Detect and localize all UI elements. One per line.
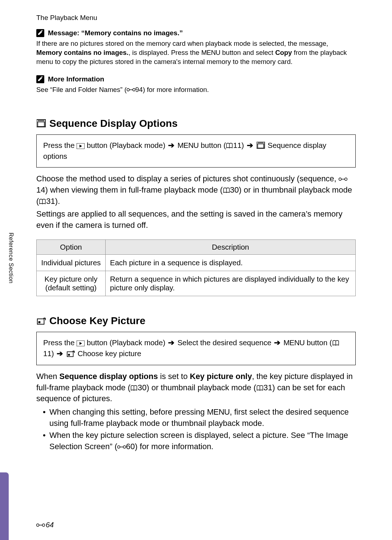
pencil-icon xyxy=(36,75,44,83)
navigation-path-sequence: Press the button (Playback mode) ➔ MENU … xyxy=(36,134,356,168)
navigation-path-keypicture: Press the button (Playback mode) ➔ Selec… xyxy=(36,332,356,365)
side-tab-label: Reference Section xyxy=(8,233,14,283)
book-icon xyxy=(39,199,46,205)
side-tab-color xyxy=(0,472,9,540)
playback-icon xyxy=(77,143,85,149)
playback-icon xyxy=(77,340,85,347)
reference-icon xyxy=(36,523,45,528)
keypicture-bullets: When changing this setting, before press… xyxy=(36,407,356,452)
options-th-description: Description xyxy=(106,240,356,255)
key-picture-icon xyxy=(36,316,46,326)
key-picture-icon xyxy=(66,350,75,357)
note-moreinfo-title-text: More Information xyxy=(48,75,104,83)
note-moreinfo-body: See “File and Folder Names” (94) for mor… xyxy=(36,85,356,94)
note-moreinfo-title: More Information xyxy=(36,75,356,83)
reference-icon xyxy=(127,87,135,92)
options-cell-description: Return a sequence in which pictures are … xyxy=(106,271,356,296)
heading-sequence-display: Sequence Display Options xyxy=(36,118,356,129)
page-number-value: 64 xyxy=(46,521,54,529)
sequence-description-1: Choose the method used to display a seri… xyxy=(36,173,356,207)
book-icon xyxy=(332,340,339,346)
reference-icon xyxy=(117,444,126,450)
heading-choose-key-picture: Choose Key Picture xyxy=(36,315,356,327)
sequence-description-2: Settings are applied to all sequences, a… xyxy=(36,209,356,231)
options-cell-description: Each picture in a sequence is displayed. xyxy=(106,255,356,271)
note-message-title: Message: “Memory contains no images.” xyxy=(36,29,356,37)
keypicture-description: When Sequence display options is set to … xyxy=(36,371,356,404)
book-icon xyxy=(256,385,264,391)
heading-sequence-display-text: Sequence Display Options xyxy=(49,118,177,129)
list-item: When the key picture selection screen is… xyxy=(43,430,356,452)
sequence-icon xyxy=(256,142,266,149)
book-icon xyxy=(226,143,233,149)
note-message-title-text: Message: “Memory contains no images.” xyxy=(48,29,183,37)
reference-icon xyxy=(339,177,347,182)
section-label: The Playback Menu xyxy=(36,14,356,22)
side-tab: Reference Section xyxy=(6,233,16,407)
table-header-row: Option Description xyxy=(37,240,356,255)
options-th-option: Option xyxy=(37,240,106,255)
options-table: Option Description Individual pictures E… xyxy=(36,239,356,296)
list-item: When changing this setting, before press… xyxy=(43,407,356,429)
pencil-icon xyxy=(36,29,44,37)
book-icon xyxy=(130,385,138,391)
sequence-icon xyxy=(36,119,46,128)
heading-choose-key-picture-text: Choose Key Picture xyxy=(49,315,146,327)
page-number: 64 xyxy=(36,521,54,529)
note-message-body: If there are no pictures stored on the m… xyxy=(36,39,356,67)
book-icon xyxy=(223,188,230,193)
table-row: Individual pictures Each picture in a se… xyxy=(37,255,356,271)
options-cell-option: Key picture only (default setting) xyxy=(37,271,106,296)
options-cell-option: Individual pictures xyxy=(37,255,106,271)
table-row: Key picture only (default setting) Retur… xyxy=(37,271,356,296)
